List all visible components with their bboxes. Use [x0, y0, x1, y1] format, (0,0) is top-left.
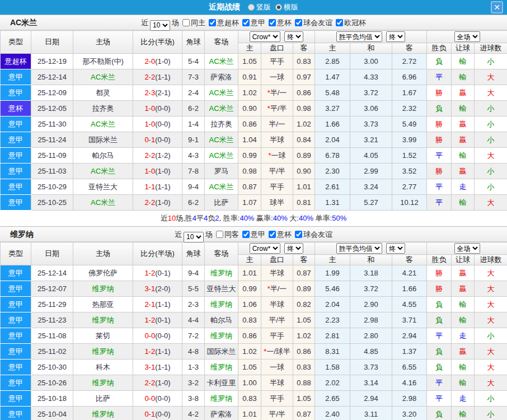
- away-team: 萨索洛: [205, 69, 238, 85]
- result-wdl: 勝: [427, 85, 452, 101]
- full-match-header: 全场: [427, 242, 507, 255]
- col-let: 让球: [452, 255, 475, 265]
- corner-score: 9-1: [182, 132, 205, 148]
- same-venue-label: 同主: [191, 18, 205, 27]
- result-wdl: 平: [427, 195, 452, 211]
- home-team: 维罗纳: [73, 312, 133, 328]
- league-checkbox[interactable]: [336, 19, 343, 26]
- match-row: 意甲25-10-30科木3-1(1-1)1-3维罗纳1.05一球0.831.58…: [1, 360, 507, 375]
- league-badge: 意甲: [1, 344, 31, 360]
- match-score: 0-0(0-0): [133, 391, 182, 407]
- match-date: 25-10-25: [31, 195, 73, 211]
- league-checkbox[interactable]: [242, 19, 250, 26]
- match-count-select[interactable]: 10: [184, 232, 204, 242]
- handicap-line: 半球: [261, 132, 293, 148]
- league-checkbox[interactable]: [209, 19, 216, 26]
- same-venue-checkbox[interactable]: [182, 19, 190, 26]
- avg-select[interactable]: 胜平负均值: [336, 31, 382, 42]
- away-team: AC米兰: [205, 101, 238, 116]
- match-date: 25-11-08: [31, 328, 73, 344]
- avg-draw-odds: 3.72: [350, 85, 392, 101]
- match-score: 2-2(1-0): [133, 375, 182, 391]
- col-wdl: 胜负: [427, 43, 452, 54]
- handicap-line: 一球: [261, 69, 293, 85]
- full-match-select[interactable]: 全场: [454, 243, 480, 254]
- league-label: 意甲: [251, 230, 265, 239]
- result-goals: 小: [475, 391, 507, 407]
- result-wdl: 勝: [427, 265, 452, 281]
- summary-segment: 近: [161, 214, 168, 222]
- final-select-2[interactable]: 终: [386, 243, 405, 254]
- avg-home-odds: 1.47: [315, 69, 350, 85]
- near-label: 近: [141, 18, 148, 27]
- result-goals: 小: [475, 101, 507, 116]
- horizontal-layout-label[interactable]: 横版: [284, 2, 298, 12]
- result-handicap: 輸: [452, 101, 475, 116]
- result-wdl: 平: [427, 69, 452, 85]
- avg-home-odds: 2.04: [315, 132, 350, 148]
- avg-away-odds: 1.52: [392, 148, 427, 164]
- horizontal-layout-radio[interactable]: [275, 4, 282, 11]
- match-date: 25-10-26: [31, 375, 73, 391]
- away-odds: 0.89: [293, 281, 315, 297]
- bookmaker-select[interactable]: Crow*: [250, 31, 280, 42]
- avg-select[interactable]: 胜平负均值: [336, 243, 382, 254]
- home-team: AC米兰: [73, 116, 133, 132]
- result-goals: 大: [475, 69, 507, 85]
- avg-away-odds: 3.52: [392, 164, 427, 179]
- section-header: 维罗纳 近10场同客意甲意杯球会友谊: [0, 226, 507, 242]
- result-goals: 大: [475, 148, 507, 164]
- home-odds: 1.07: [238, 195, 261, 211]
- league-checkbox[interactable]: [242, 231, 250, 238]
- match-row: 意甲25-11-09帕尔马2-2(1-2)4-3AC米兰0.99*一球0.896…: [1, 148, 507, 164]
- result-goals: 大: [475, 265, 507, 281]
- full-match-select[interactable]: 全场: [454, 31, 480, 42]
- result-handicap: 贏: [452, 116, 475, 132]
- league-checkbox[interactable]: [295, 19, 302, 26]
- result-handicap: 輸: [452, 297, 475, 312]
- away-team: 维罗纳: [205, 328, 238, 344]
- final-select[interactable]: 终: [284, 31, 303, 42]
- match-row: 意甲25-12-07维罗纳3-1(2-0)5-5亚特兰大0.99*半/一0.89…: [1, 281, 507, 297]
- final-select-2[interactable]: 终: [386, 31, 405, 42]
- result-handicap: 輸: [452, 195, 475, 211]
- vertical-layout-radio[interactable]: [248, 4, 255, 11]
- avg-draw-odds: 2.98: [350, 312, 392, 328]
- match-date: 25-11-24: [31, 132, 73, 148]
- home-team: 科木: [73, 360, 133, 375]
- avg-draw-odds: 4.05: [350, 148, 392, 164]
- league-checkbox[interactable]: [269, 231, 276, 238]
- matches-table: 类型 日期 主场 比分(半场) 角球 客场 Crow* 终 胜平负均值 终: [0, 30, 507, 211]
- avg-home-odds: 1.99: [315, 265, 350, 281]
- corner-score: 4-3: [182, 148, 205, 164]
- league-checkbox[interactable]: [269, 19, 276, 26]
- match-date: 25-12-07: [31, 281, 73, 297]
- match-score: 2-1(1-1): [133, 297, 182, 312]
- titlebar: 近期战绩 竖版 横版 ✕: [0, 0, 507, 15]
- away-odds: 0.86: [293, 85, 315, 101]
- away-team: AC米兰: [205, 85, 238, 101]
- home-team: 那不勒斯(中): [73, 54, 133, 69]
- avg-draw-odds: 3.73: [350, 116, 392, 132]
- home-odds: 0.86: [238, 116, 261, 132]
- team-section: 维罗纳 近10场同客意甲意杯球会友谊 类型 日期 主场 比分(半场) 角球 客场…: [0, 226, 507, 420]
- col-handicap: 盘口: [261, 43, 293, 54]
- home-team: 比萨: [73, 391, 133, 407]
- bookmaker-select[interactable]: Crow*: [250, 243, 280, 254]
- final-select[interactable]: 终: [284, 243, 303, 254]
- match-count-select[interactable]: 10: [150, 20, 170, 31]
- home-odds: 0.83: [238, 312, 261, 328]
- handicap-line: 平/半: [261, 407, 293, 420]
- league-checkbox[interactable]: [295, 231, 302, 238]
- vertical-layout-label[interactable]: 竖版: [256, 2, 271, 12]
- avg-draw-odds: 2.99: [350, 164, 392, 179]
- away-team: 亚特兰大: [205, 281, 238, 297]
- close-icon[interactable]: ✕: [491, 1, 503, 13]
- col-away: 客场: [205, 31, 238, 54]
- away-odds: 0.83: [293, 54, 315, 69]
- match-score: 1-1(1-1): [133, 179, 182, 195]
- result-handicap: 贏: [452, 281, 475, 297]
- same-venue-checkbox[interactable]: [216, 231, 223, 238]
- result-wdl: 平: [427, 179, 452, 195]
- match-row: 意甲25-10-26维罗纳2-2(1-0)3-2卡利亚里1.00半球0.882.…: [1, 375, 507, 391]
